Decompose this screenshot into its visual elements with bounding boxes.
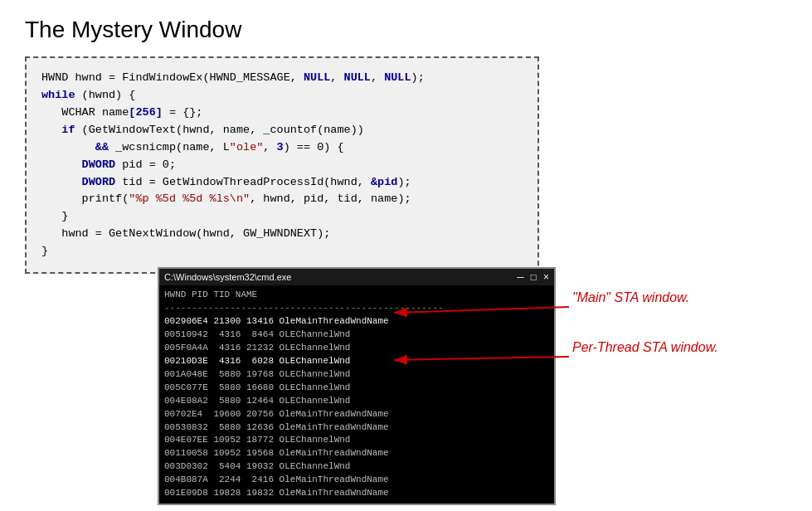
- code-line-2: while (hwnd) {: [41, 87, 523, 105]
- cmd-header: HWND PID TID NAME: [164, 289, 549, 302]
- cmd-body: HWND PID TID NAME ----------------------…: [159, 285, 554, 504]
- cmd-separator: ----------------------------------------…: [164, 302, 549, 315]
- annotation-main-sta: "Main" STA window.: [572, 290, 689, 305]
- cmd-row-5: 005C077E 5880 16680 OLEChannelWnd: [164, 382, 549, 395]
- annotation-main-sta-text: "Main" STA window.: [572, 290, 689, 304]
- close-btn[interactable]: ×: [543, 271, 549, 283]
- maximize-btn[interactable]: □: [531, 271, 537, 283]
- code-line-1: HWND hwnd = FindWindowEx(HWND_MESSAGE, N…: [41, 70, 523, 87]
- code-line-11: }: [41, 243, 523, 260]
- cmd-row-1: 00510942 4316 8464 OLEChannelWnd: [164, 328, 549, 342]
- minimize-btn[interactable]: ─: [517, 271, 524, 283]
- code-line-10: hwnd = GetNextWindow(hwnd, GW_HWNDNEXT);: [41, 226, 523, 243]
- annotation-per-thread-sta-text: Per-Thread STA window.: [572, 340, 718, 354]
- cmd-row-8: 00530832 5880 12636 OleMainThreadWndName: [164, 421, 549, 435]
- cmd-row-10: 00110058 10952 19568 OleMainThreadWndNam…: [164, 447, 549, 460]
- cmd-titlebar: C:\Windows\system32\cmd.exe ─ □ ×: [159, 269, 554, 285]
- annotation-per-thread-sta: Per-Thread STA window.: [572, 340, 718, 355]
- cmd-title: C:\Windows\system32\cmd.exe: [164, 272, 291, 282]
- cmd-row-0: 002906E4 21300 13416 OleMainThreadWndNam…: [164, 315, 549, 328]
- cmd-row-7: 00702E4 19600 20756 OleMainThreadWndName: [164, 408, 549, 421]
- cmd-row-13: 001E09D8 19828 19832 OleMainThreadWndNam…: [164, 487, 549, 500]
- cmd-row-2: 005F0A4A 4316 21232 OLEChannelWnd: [164, 342, 549, 355]
- code-block: HWND hwnd = FindWindowEx(HWND_MESSAGE, N…: [25, 56, 539, 274]
- cmd-controls[interactable]: ─ □ ×: [517, 271, 549, 283]
- cmd-row-6: 004E08A2 5880 12464 OLEChannelWnd: [164, 395, 549, 408]
- cmd-row-11: 003D0302 5404 19032 OLEChannelWnd: [164, 460, 549, 474]
- code-line-7: DWORD tid = GetWindowThreadProcessId(hwn…: [41, 174, 523, 192]
- cmd-window: C:\Windows\system32\cmd.exe ─ □ × HWND P…: [158, 267, 556, 505]
- cmd-row-3: 00210D3E 4316 6028 OLEChannelWnd: [164, 355, 549, 368]
- cmd-row-9: 004E07EE 10952 18772 OLEChannelWnd: [164, 434, 549, 447]
- page-title: The Mystery Window: [25, 17, 787, 43]
- cmd-row-4: 001A048E 5880 19768 OLEChannelWnd: [164, 368, 549, 382]
- code-line-5: && _wcsnicmp(name, L"ole", 3) == 0) {: [41, 139, 523, 157]
- code-line-3: WCHAR name[256] = {};: [41, 105, 523, 122]
- code-line-6: DWORD pid = 0;: [41, 157, 523, 174]
- code-line-4: if (GetWindowText(hwnd, name, _countof(n…: [41, 122, 523, 139]
- cmd-row-12: 004B087A 2244 2416 OleMainThreadWndName: [164, 474, 549, 487]
- code-line-8: printf("%p %5d %5d %ls\n", hwnd, pid, ti…: [41, 191, 523, 208]
- code-line-9: }: [41, 208, 523, 226]
